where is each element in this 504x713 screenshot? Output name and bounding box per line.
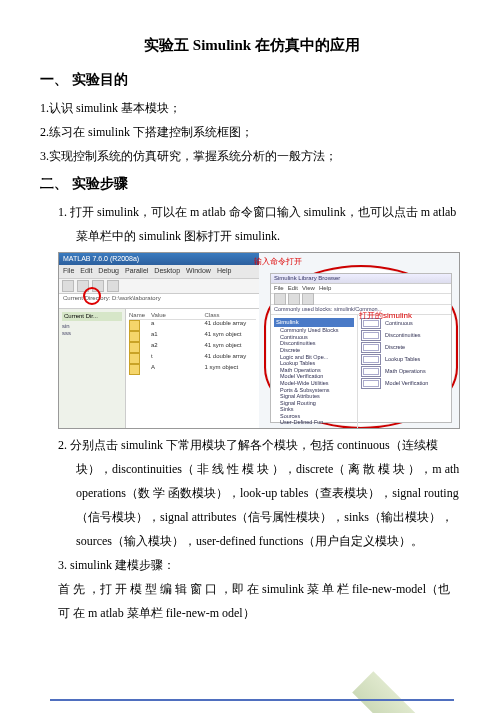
ws-col-value: Value [151,312,203,319]
sl-tree-item[interactable]: Sinks [274,406,354,413]
ws-name: a [151,320,203,331]
block-label: Model Verification [385,380,428,387]
variable-icon [129,353,140,364]
block-icon [361,354,381,365]
menu-edit[interactable]: Edit [80,267,92,275]
section-1-heading: 一、 实验目的 [40,66,464,94]
menu-desktop[interactable]: Desktop [154,267,180,275]
sl-tree-item[interactable]: Sources [274,413,354,420]
ws-val: 41 sym object [205,331,257,342]
section-2-heading: 二、 实验步骤 [40,170,464,198]
sl-tree-item[interactable]: Commonly Used Blocks [274,327,354,334]
list-item[interactable]: Math Operations [361,366,448,377]
ws-name: a1 [151,331,203,342]
workspace-panel[interactable]: Name Value Class a 41 double array a1 41… [126,309,259,428]
toolbar-new-icon[interactable] [62,280,74,292]
menu-window[interactable]: Window [186,267,211,275]
s1-item-1: 1.认识 simulink 基本模块； [40,96,464,120]
sl-tree-item[interactable]: Ports & Subsystems [274,387,354,394]
sl-tree-item[interactable]: Discrete [274,347,354,354]
annotation-circle-icon [83,287,101,305]
sl-menu-help[interactable]: Help [319,285,331,292]
current-dir-panel[interactable]: Current Dir... sin sss [59,309,126,428]
sl-open-icon[interactable] [288,293,300,305]
table-row[interactable]: a 41 double array [129,320,256,331]
block-label: Math Operations [385,368,426,375]
sl-tree-item[interactable]: Signal Attributes [274,393,354,400]
ws-val: 1 sym object [205,364,257,375]
annotation-text-1: 输入命令打开 [254,257,302,267]
menu-help[interactable]: Help [217,267,231,275]
menu-parallel[interactable]: Parallel [125,267,148,275]
ws-name: t [151,353,203,364]
s2-item-1: 1. 打开 simulink，可以在 m atlab 命令窗口输入 simuli… [58,200,464,248]
variable-icon [129,320,140,331]
sl-menu-view[interactable]: View [302,285,315,292]
sl-tree-item[interactable]: Logic and Bit Ope... [274,354,354,361]
variable-icon [129,364,140,375]
workspace-header: Name Value Class [129,312,256,320]
simulink-browser-window[interactable]: Simulink Library Browser File Edit View … [270,273,452,423]
matlab-titlebar: MATLAB 7.6.0 (R2008a) [59,253,259,265]
dir-value: D:\work\laboratory [112,295,161,301]
document-page: 实验五 Simulink 在仿真中的应用 一、 实验目的 1.认识 simuli… [0,0,504,655]
matlab-menubar[interactable]: File Edit Debug Parallel Desktop Window … [59,265,259,278]
table-row[interactable]: a2 41 sym object [129,342,256,353]
sl-tree-item[interactable]: Lookup Tables [274,360,354,367]
list-item[interactable]: Lookup Tables [361,354,448,365]
sl-menu-file[interactable]: File [274,285,284,292]
simulink-toolbar[interactable] [271,294,451,305]
sl-find-icon[interactable] [302,293,314,305]
ws-val: 41 sym object [205,342,257,353]
s1-item-2: 2.练习在 simulink 下搭建控制系统框图； [40,120,464,144]
toolbar-help-icon[interactable] [107,280,119,292]
sl-block-list[interactable]: Continuous Discontinuities Discrete Look… [358,315,451,429]
doc-title: 实验五 Simulink 在仿真中的应用 [40,30,464,60]
list-item[interactable]: Discrete [361,342,448,353]
sl-tree-root[interactable]: Simulink [274,318,354,327]
sl-tree-item[interactable]: User-Defined Fun... [274,419,354,426]
table-row[interactable]: A 1 sym object [129,364,256,375]
ws-val: 41 double array [205,353,257,364]
sl-tree-item[interactable]: Discontinuities [274,340,354,347]
table-row[interactable]: t 41 double array [129,353,256,364]
table-row[interactable]: a1 41 sym object [129,331,256,342]
variable-icon [129,331,140,342]
simulink-browser-outline: Simulink Library Browser File Edit View … [264,265,458,429]
s2-item-2: 2. 分别点击 simulink 下常用模块了解各个模块，包括 continuo… [58,433,464,553]
matlab-window: MATLAB 7.6.0 (R2008a) File Edit Debug Pa… [59,253,259,428]
block-icon [361,330,381,341]
file-item[interactable]: sin [62,323,122,330]
ws-col-name: Name [129,312,149,319]
block-label: Continuous [385,320,413,327]
embedded-screenshot: MATLAB 7.6.0 (R2008a) File Edit Debug Pa… [58,252,460,429]
s1-item-3: 3.实现控制系统的仿真研究，掌握系统分析的一般方法； [40,144,464,168]
list-item[interactable]: Discontinuities [361,330,448,341]
sl-body: Simulink Commonly Used Blocks Continuous… [271,315,451,429]
simulink-titlebar: Simulink Library Browser [271,274,451,284]
menu-debug[interactable]: Debug [98,267,119,275]
block-icon [361,378,381,389]
block-label: Discrete [385,344,405,351]
sl-tree-item[interactable]: Math Operations [274,367,354,374]
sl-tree-item[interactable]: Signal Routing [274,400,354,407]
sl-tree-item[interactable]: Model Verification [274,373,354,380]
sl-new-icon[interactable] [274,293,286,305]
current-dir-head: Current Dir... [62,312,122,321]
ws-name: A [151,364,203,375]
ws-name: a2 [151,342,203,353]
block-icon [361,366,381,377]
annotation-text-2: 打开的simulink [359,311,412,321]
file-item[interactable]: sss [62,330,122,337]
sl-tree[interactable]: Simulink Commonly Used Blocks Continuous… [271,315,358,429]
block-label: Lookup Tables [385,356,420,363]
ws-col-class: Class [205,312,257,319]
variable-icon [129,342,140,353]
s2-item-3-cont: 首 先 ，打 开 模 型 编 辑 窗 口 ，即 在 simulink 菜 单 栏… [40,577,464,625]
sl-tree-item[interactable]: Continuous [274,334,354,341]
menu-file[interactable]: File [63,267,74,275]
ws-val: 41 double array [205,320,257,331]
list-item[interactable]: Model Verification [361,378,448,389]
sl-menu-edit[interactable]: Edit [288,285,298,292]
sl-tree-item[interactable]: Model-Wide Utilities [274,380,354,387]
